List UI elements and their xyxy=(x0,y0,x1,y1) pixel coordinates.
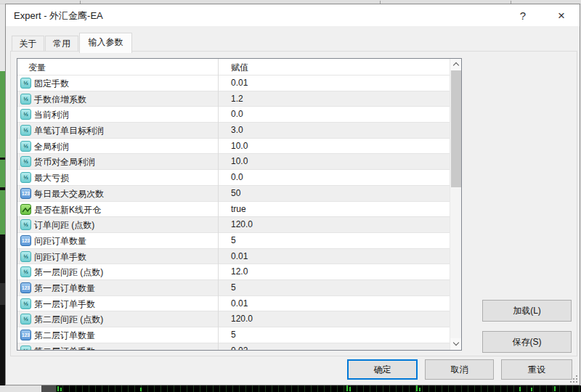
param-row[interactable]: ½ 订单间距 (点数) 120.0 xyxy=(17,217,461,233)
param-name: 间距订单数量 xyxy=(34,235,86,248)
param-name: 第二层订单数量 xyxy=(34,330,95,342)
double-param-icon: ½ xyxy=(20,219,31,230)
tab-about[interactable]: 关于 xyxy=(12,36,44,52)
tab-common[interactable]: 常用 xyxy=(45,36,78,52)
param-name: 最大亏损 xyxy=(34,172,69,184)
param-name: 每日最大交易次数 xyxy=(34,188,104,200)
param-name: 货币对全局利润 xyxy=(34,156,95,168)
expert-properties-dialog: Expert - 外汇金鹰-EA ? × 关于 常用 输入参数 变量 赋值 ½ … xyxy=(5,4,580,385)
param-row[interactable]: ½ 手数倍增系数 1.2 xyxy=(17,91,461,107)
param-row[interactable]: ½ 固定手数 0.01 xyxy=(17,75,461,91)
param-value[interactable]: 0.01 xyxy=(231,78,248,88)
param-value[interactable]: 0.01 xyxy=(231,298,248,309)
param-table-body: ½ 固定手数 0.01 ½ 手数倍增系数 1.2 ½ 当前利润 0.0 ½ xyxy=(17,75,461,350)
param-name: 当前利润 xyxy=(34,109,69,121)
param-name: 第一层订单手数 xyxy=(34,298,95,311)
param-row[interactable]: ½ 货币对全局利润 10.0 xyxy=(17,154,461,170)
double-param-icon: ½ xyxy=(20,109,31,120)
help-button[interactable]: ? xyxy=(511,4,535,26)
dialog-titlebar[interactable]: Expert - 外汇金鹰-EA ? × xyxy=(6,4,580,26)
param-row[interactable]: ½ 第二层间距 (点数) 120.0 xyxy=(17,311,461,327)
param-value[interactable]: 5 xyxy=(231,330,236,340)
double-param-icon: ½ xyxy=(20,125,31,136)
param-value[interactable]: 120.0 xyxy=(231,219,253,229)
integer-param-icon: 123 xyxy=(20,330,31,340)
param-value[interactable]: 0.02 xyxy=(231,346,248,350)
close-icon[interactable]: × xyxy=(549,4,574,26)
param-value[interactable]: 10.0 xyxy=(231,156,248,166)
column-header-variable: 变量 xyxy=(28,62,46,74)
integer-param-icon: 123 xyxy=(20,188,31,199)
param-value[interactable]: 5 xyxy=(231,282,236,293)
screenshot-root: Expert - 外汇金鹰-EA ? × 关于 常用 输入参数 变量 赋值 ½ … xyxy=(0,0,581,392)
param-row[interactable]: ½ 第二层订单手数 0.02 xyxy=(17,343,461,350)
save-button[interactable]: 保存(S) xyxy=(482,331,572,353)
param-value[interactable]: 5 xyxy=(231,235,236,245)
param-row[interactable]: ½ 当前利润 0.0 xyxy=(17,107,461,123)
param-row[interactable]: 123 间距订单数量 5 xyxy=(17,233,461,249)
double-param-icon: ½ xyxy=(20,156,31,167)
scrollbar-up-icon[interactable] xyxy=(450,59,462,70)
param-name: 固定手数 xyxy=(34,78,69,90)
param-table-header: 变量 赋值 xyxy=(17,59,461,75)
param-value[interactable]: 0.0 xyxy=(231,109,243,119)
param-name: 第二层间距 (点数) xyxy=(34,314,103,326)
background-chart-strip xyxy=(0,385,581,392)
bool-param-icon xyxy=(20,204,31,215)
integer-param-icon: 123 xyxy=(20,235,31,246)
param-value[interactable]: 1.2 xyxy=(231,94,243,104)
param-row[interactable]: 123 第二层订单数量 5 xyxy=(17,327,461,343)
double-param-icon: ½ xyxy=(20,251,31,262)
param-name: 手数倍增系数 xyxy=(34,94,86,106)
tab-input-parameters[interactable]: 输入参数 xyxy=(79,33,132,53)
param-name: 第一层订单数量 xyxy=(34,282,95,295)
param-value[interactable]: 120.0 xyxy=(231,314,253,324)
double-param-icon: ½ xyxy=(20,298,31,309)
param-row[interactable]: ½ 第一层订单手数 0.01 xyxy=(17,296,461,312)
double-param-icon: ½ xyxy=(20,78,31,89)
param-value[interactable]: 0.0 xyxy=(231,172,243,182)
ok-button[interactable]: 确定 xyxy=(347,359,418,380)
param-value[interactable]: true xyxy=(231,204,246,214)
param-name: 单笔订单目标利润 xyxy=(34,125,104,137)
cancel-button[interactable]: 取消 xyxy=(425,359,494,380)
dialog-title: Expert - 外汇金鹰-EA xyxy=(14,9,103,23)
param-row[interactable]: 123 第一层订单数量 5 xyxy=(17,280,461,296)
background-window-left-edge xyxy=(0,4,5,392)
param-name: 订单间距 (点数) xyxy=(34,219,94,232)
param-row[interactable]: ½ 全局利润 10.0 xyxy=(17,139,461,155)
resize-grip-icon[interactable] xyxy=(569,374,577,383)
param-value[interactable]: 0.01 xyxy=(231,251,248,261)
double-param-icon: ½ xyxy=(20,266,31,277)
integer-param-icon: 123 xyxy=(20,282,31,293)
param-row[interactable]: ½ 间距订单手数 0.01 xyxy=(17,249,461,265)
input-parameters-page: 变量 赋值 ½ 固定手数 0.01 ½ 手数倍增系数 1.2 ½ xyxy=(10,51,577,356)
param-name: 第二层订单手数 xyxy=(34,346,95,350)
scrollbar-down-icon[interactable] xyxy=(450,338,462,350)
param-value[interactable]: 50 xyxy=(231,188,240,198)
param-table: 变量 赋值 ½ 固定手数 0.01 ½ 手数倍增系数 1.2 ½ xyxy=(17,58,462,351)
param-value[interactable]: 12.0 xyxy=(231,266,248,277)
param-row[interactable]: 是否在新K线开仓 true xyxy=(17,202,461,218)
column-divider[interactable] xyxy=(218,59,219,350)
param-name: 间距订单手数 xyxy=(34,251,86,264)
double-param-icon: ½ xyxy=(20,94,31,105)
load-button[interactable]: 加载(L) xyxy=(482,300,572,322)
double-param-icon: ½ xyxy=(20,172,31,183)
param-row[interactable]: ½ 单笔订单目标利润 3.0 xyxy=(17,123,461,139)
double-param-icon: ½ xyxy=(20,141,31,152)
double-param-icon: ½ xyxy=(20,314,31,324)
table-scrollbar[interactable] xyxy=(450,59,461,350)
scrollbar-thumb[interactable] xyxy=(451,70,461,187)
param-row[interactable]: ½ 最大亏损 0.0 xyxy=(17,170,461,186)
reset-button[interactable]: 重设 xyxy=(501,359,572,380)
param-value[interactable]: 10.0 xyxy=(231,141,248,151)
param-name: 是否在新K线开仓 xyxy=(34,204,101,216)
column-header-value: 赋值 xyxy=(231,62,248,74)
param-row[interactable]: 123 每日最大交易次数 50 xyxy=(17,186,461,202)
double-param-icon: ½ xyxy=(20,346,31,350)
param-row[interactable]: ½ 第一层间距 (点数) 12.0 xyxy=(17,264,461,280)
param-name: 第一层间距 (点数) xyxy=(34,266,103,279)
param-value[interactable]: 3.0 xyxy=(231,125,243,135)
param-name: 全局利润 xyxy=(34,141,69,153)
